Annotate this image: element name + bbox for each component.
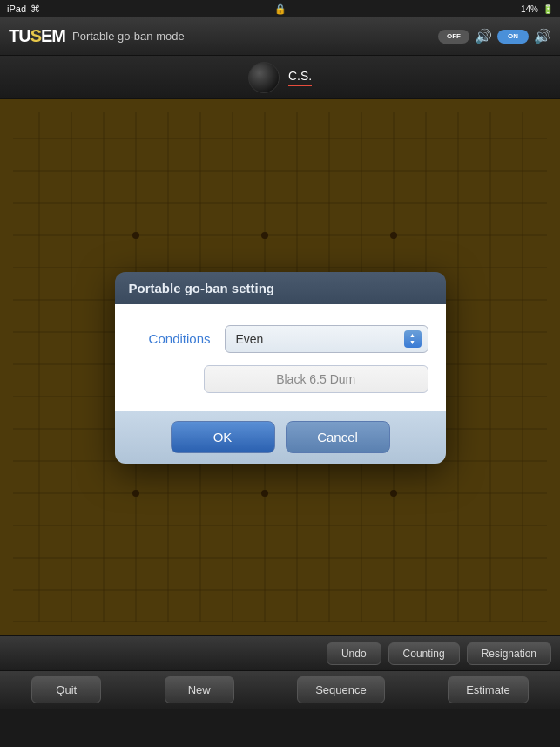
- dialog-overlay: Portable go-ban setting Conditions Even …: [0, 99, 560, 635]
- ok-button[interactable]: OK: [171, 421, 275, 453]
- app-logo: TUSEM: [9, 26, 65, 46]
- top-bar-title: Portable go-ban mode: [72, 30, 431, 43]
- lock-icon: 🔒: [274, 3, 287, 15]
- player-bar: C.S.: [0, 56, 560, 99]
- toggle-on-button[interactable]: ON: [497, 30, 529, 44]
- conditions-select[interactable]: Even Handicap Free: [225, 325, 428, 353]
- sequence-button[interactable]: Sequence: [297, 676, 385, 703]
- conditions-select-wrapper[interactable]: Even Handicap Free ▲ ▼: [225, 325, 428, 353]
- player-stone-black: [248, 62, 280, 93]
- battery-icon: 🔋: [543, 4, 553, 14]
- status-right: 14% 🔋: [521, 4, 553, 14]
- board-area: Portable go-ban setting Conditions Even …: [0, 99, 560, 635]
- status-bar: iPad ⌘ 🔒 14% 🔋: [0, 0, 560, 17]
- status-left: iPad ⌘: [7, 3, 40, 15]
- dialog-title: Portable go-ban setting: [129, 281, 275, 295]
- conditions-row: Conditions Even Handicap Free ▲ ▼: [132, 325, 428, 353]
- settings-dialog: Portable go-ban setting Conditions Even …: [115, 272, 446, 464]
- quit-button[interactable]: Quit: [31, 676, 101, 703]
- device-label: iPad: [7, 3, 26, 14]
- player-info: C.S.: [288, 69, 312, 86]
- battery-label: 14%: [521, 4, 538, 14]
- dialog-title-bar: Portable go-ban setting: [115, 272, 446, 304]
- conditions-label: Conditions: [132, 331, 211, 346]
- bottom-toolbar: Undo Counting Resignation: [0, 635, 560, 670]
- new-button[interactable]: New: [165, 676, 234, 703]
- toggle-on-switch[interactable]: ON: [497, 30, 529, 44]
- top-bar: TUSEM Portable go-ban mode OFF 🔊 ON 🔊: [0, 17, 560, 56]
- cs-label: C.S.: [288, 69, 312, 86]
- top-bar-controls: OFF 🔊 ON 🔊: [438, 28, 551, 44]
- estimate-button[interactable]: Estimate: [448, 676, 529, 703]
- cancel-button[interactable]: Cancel: [286, 421, 390, 453]
- counting-button[interactable]: Counting: [388, 642, 460, 665]
- toggle-off-button[interactable]: OFF: [438, 30, 469, 44]
- komi-field: Black 6.5 Dum: [204, 365, 428, 393]
- wifi-icon: ⌘: [30, 3, 40, 15]
- undo-button[interactable]: Undo: [327, 642, 381, 665]
- bottom-action-bar: Quit New Sequence Estimate: [0, 670, 560, 709]
- toggle-off-switch[interactable]: OFF: [438, 30, 469, 44]
- volume-icon: 🔊: [475, 28, 492, 44]
- volume-icon-2: 🔊: [534, 28, 551, 44]
- dialog-footer: OK Cancel: [115, 411, 446, 464]
- komi-row: Black 6.5 Dum: [132, 365, 428, 393]
- dialog-body: Conditions Even Handicap Free ▲ ▼: [115, 304, 446, 411]
- resignation-button[interactable]: Resignation: [467, 642, 551, 665]
